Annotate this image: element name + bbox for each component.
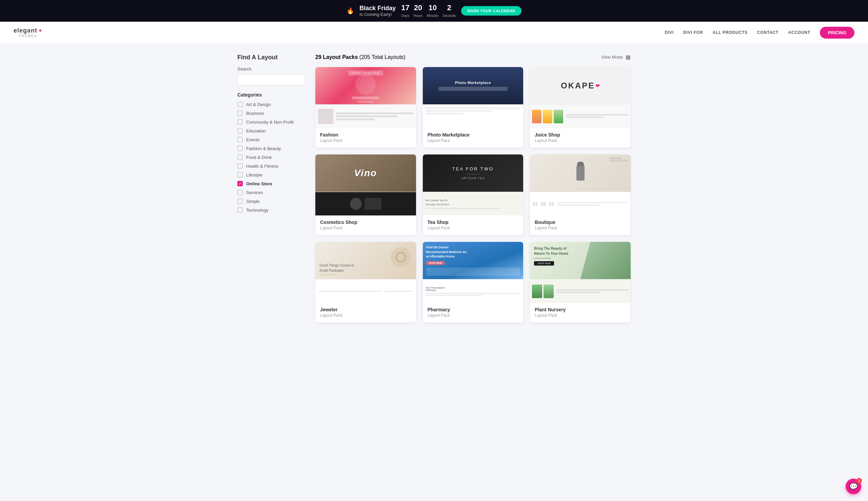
card-name-vino: Cosmetics Shop	[320, 220, 411, 225]
layout-card-plant[interactable]: Bring The Beauty ofNature To Your Home S…	[530, 242, 631, 322]
card-type-jeweler: Layout Pack	[320, 313, 411, 318]
checkbox-fashion[interactable]	[237, 146, 243, 151]
categories-list: Art & DesignBusinessCommunity & Non-Prof…	[237, 102, 305, 213]
card-image-top-plant: Bring The Beauty ofNature To Your Home S…	[530, 242, 631, 279]
checkbox-business[interactable]	[237, 110, 243, 116]
card-info-juice: Juice Shop Layout Pack	[530, 128, 631, 148]
card-type-plant: Layout Pack	[535, 313, 626, 318]
card-image-photo: Photo Marketplace	[423, 67, 523, 128]
card-type-boutique: Layout Pack	[535, 226, 626, 230]
card-type-fashion: Layout Pack	[320, 138, 411, 143]
view-mode-toggle[interactable]: View Mode ▦	[601, 54, 631, 60]
sidebar-item-technology[interactable]: Technology	[237, 207, 305, 213]
card-name-pharmacy: Pharmacy	[428, 307, 519, 312]
checkbox-art[interactable]	[237, 102, 243, 107]
card-image-bottom-pharmacy: Your PersonalizedPharmacy	[423, 279, 523, 303]
card-info-tea: Tea Shop Layout Pack	[423, 215, 523, 235]
nav-account[interactable]: ACCOUNT	[788, 30, 811, 35]
layout-card-photo[interactable]: Photo Marketplace Photo Marketplace Layo…	[423, 67, 523, 148]
checkbox-events[interactable]	[237, 137, 243, 142]
card-image-top-jeweler: Good Things Comes InSmall Packages	[315, 242, 416, 279]
category-label-art: Art & Design	[246, 102, 271, 107]
sidebar-item-art[interactable]: Art & Design	[237, 102, 305, 107]
nav-divi[interactable]: DIVI	[665, 30, 674, 35]
seconds-value: 2	[442, 3, 456, 12]
layout-card-boutique[interactable]: VINTAGECOLLECTION 01 02 03 Boutique Layo…	[530, 154, 631, 235]
days-value: 17	[401, 3, 409, 12]
card-name-fashion: Fashion	[320, 132, 411, 138]
card-image-fashion: HIGH FASHION	[315, 67, 416, 128]
card-image-bottom-photo	[423, 104, 523, 128]
logo: elegant ✦ themes	[13, 27, 42, 38]
card-image-bottom-jeweler	[315, 279, 416, 303]
hours-value: 20	[414, 3, 423, 12]
nav-all-products[interactable]: ALL PRODUCTS	[712, 30, 747, 35]
layout-card-jeweler[interactable]: Good Things Comes InSmall Packages Jewel…	[315, 242, 416, 322]
layout-card-tea[interactable]: TEA FOR TWO ARTISAN TEA We Cultivate Tea…	[423, 154, 523, 235]
mark-calendar-button[interactable]: MARK YOUR CALENDAR	[461, 6, 521, 15]
countdown-hours: 20 Hours	[414, 3, 423, 18]
sidebar-item-lifestyle[interactable]: Lifestyle	[237, 172, 305, 178]
search-input[interactable]	[237, 74, 305, 85]
sidebar-item-online[interactable]: Online Store	[237, 181, 305, 186]
card-image-bottom-vino	[315, 192, 416, 215]
sidebar-item-fashion[interactable]: Fashion & Beauty	[237, 146, 305, 151]
minutes-value: 10	[427, 3, 438, 12]
sidebar-item-education[interactable]: Education	[237, 128, 305, 134]
card-image-bottom-boutique: 01 02 03	[530, 192, 631, 215]
layout-count: 29 Layout Packs (205 Total Layouts)	[315, 54, 406, 60]
sidebar-item-events[interactable]: Events	[237, 137, 305, 142]
category-label-technology: Technology	[246, 207, 269, 213]
card-image-bottom-tea: We Cultivate Tea ForEveryday Tea Drinker…	[423, 192, 523, 215]
card-image-bottom-fashion	[315, 104, 416, 128]
banner-titles: Black Friday Is Coming Early!	[359, 5, 396, 17]
checkbox-services[interactable]	[237, 190, 243, 195]
hours-label: Hours	[414, 14, 423, 18]
card-name-plant: Plant Nursery	[535, 307, 626, 312]
pricing-button[interactable]: PRICING	[820, 27, 855, 39]
layout-card-juice[interactable]: OKAPE ❤ Juice Shop Layout Pack	[530, 67, 631, 148]
card-image-bottom-juice	[530, 104, 631, 128]
card-image-pharmacy: Find the DoctorRecommended Medicine Soat…	[423, 242, 523, 303]
nav-contact[interactable]: CONTACT	[757, 30, 778, 35]
countdown-seconds: 2 Seconds	[442, 3, 456, 18]
search-label: Search	[237, 66, 305, 72]
card-image-tea: TEA FOR TWO ARTISAN TEA We Cultivate Tea…	[423, 154, 523, 215]
card-image-top-pharmacy: Find the DoctorRecommended Medicine Soat…	[423, 242, 523, 279]
sidebar-item-food[interactable]: Food & Drink	[237, 154, 305, 160]
card-info-pharmacy: Pharmacy Layout Pack	[423, 303, 523, 322]
card-image-boutique: VINTAGECOLLECTION 01 02 03	[530, 154, 631, 215]
checkbox-online[interactable]	[237, 181, 243, 186]
checkbox-simple[interactable]	[237, 199, 243, 204]
main-nav: DIVI DIVI FOR ALL PRODUCTS CONTACT ACCOU…	[665, 27, 855, 39]
card-info-plant: Plant Nursery Layout Pack	[530, 303, 631, 322]
total-layouts: (205 Total Layouts)	[359, 54, 406, 60]
checkbox-health[interactable]	[237, 163, 243, 169]
checkbox-education[interactable]	[237, 128, 243, 134]
logo-brand: elegant	[13, 27, 37, 34]
sidebar-item-health[interactable]: Health & Fitness	[237, 163, 305, 169]
layout-card-fashion[interactable]: HIGH FASHION Fashion Layout Pack	[315, 67, 416, 148]
layout-card-vino[interactable]: Vino Cosmetics Shop Layout Pack	[315, 154, 416, 235]
banner-content: 🔥 Black Friday Is Coming Early! 17 Days …	[346, 3, 522, 18]
category-label-community: Community & Non-Profit	[246, 120, 294, 125]
layout-card-pharmacy[interactable]: Find the DoctorRecommended Medicine Soat…	[423, 242, 523, 322]
card-type-juice: Layout Pack	[535, 138, 626, 143]
checkbox-lifestyle[interactable]	[237, 172, 243, 178]
category-label-simple: Simple	[246, 199, 260, 204]
category-label-business: Business	[246, 111, 264, 116]
checkbox-technology[interactable]	[237, 207, 243, 213]
checkbox-food[interactable]	[237, 154, 243, 160]
category-label-services: Services	[246, 190, 263, 195]
sidebar-item-services[interactable]: Services	[237, 190, 305, 195]
card-image-top-juice: OKAPE ❤	[530, 67, 631, 104]
card-image-top-photo: Photo Marketplace	[423, 67, 523, 104]
pack-count: 29 Layout Packs	[315, 54, 358, 60]
sidebar-item-business[interactable]: Business	[237, 110, 305, 116]
card-info-jeweler: Jeweler Layout Pack	[315, 303, 416, 322]
sidebar-item-community[interactable]: Community & Non-Profit	[237, 119, 305, 125]
card-image-juice: OKAPE ❤	[530, 67, 631, 128]
nav-divi-for[interactable]: DIVI FOR	[683, 30, 703, 35]
sidebar-item-simple[interactable]: Simple	[237, 199, 305, 204]
checkbox-community[interactable]	[237, 119, 243, 125]
